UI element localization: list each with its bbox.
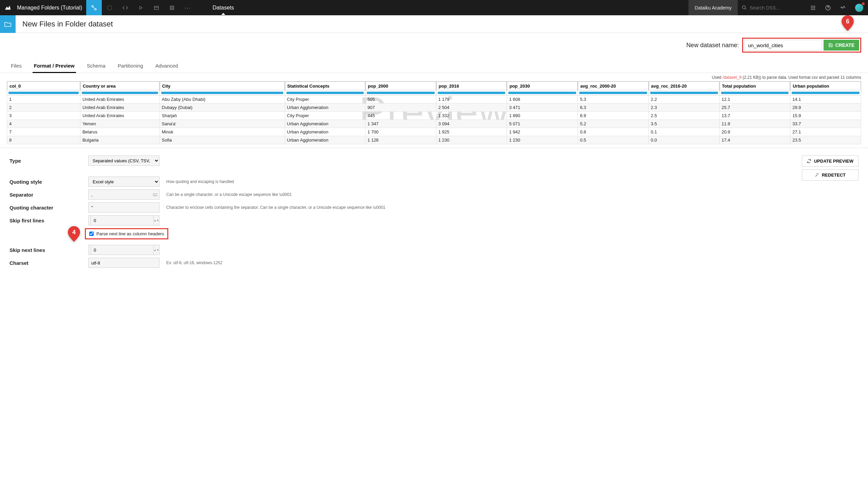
table-cell: 2.5 <box>648 112 719 120</box>
help-icon[interactable] <box>820 0 835 15</box>
app-icon[interactable] <box>164 0 180 15</box>
form-section: UPDATE PREVIEW REDETECT Type Separated v… <box>0 148 868 278</box>
table-cell: 4 <box>7 120 80 128</box>
dataiku-academy-link[interactable]: Dataiku Academy <box>688 0 738 15</box>
svg-rect-3 <box>154 6 158 9</box>
dashboard-icon[interactable] <box>149 0 164 15</box>
table-cell: 7 <box>7 128 80 136</box>
tab-files[interactable]: Files <box>10 60 23 73</box>
table-cell: 12.1 <box>719 95 790 104</box>
flow-button[interactable] <box>86 0 102 15</box>
search-input[interactable] <box>750 5 790 11</box>
redetect-button[interactable]: REDETECT <box>802 169 858 181</box>
col-name-input[interactable] <box>790 81 861 90</box>
parse-headers-label: Parse next line as column headers <box>96 231 164 236</box>
table-cell: 1 890 <box>507 112 578 120</box>
table-cell: 2 <box>7 104 80 112</box>
table-cell: Urban Agglomeration <box>285 120 365 128</box>
charset-label: Charset <box>10 260 84 266</box>
project-name[interactable]: Managed Folders (Tutorial) <box>16 5 86 11</box>
type-select[interactable]: Separated values (CSV, TSV, ...) <box>88 156 159 166</box>
table-cell: 3 471 <box>507 104 578 112</box>
folder-icon <box>0 15 16 33</box>
table-cell: 0.5 <box>578 136 649 144</box>
table-row: 3United Arab EmiratesSharjahCity Proper4… <box>7 112 861 120</box>
col-name-input[interactable] <box>160 81 285 90</box>
parse-headers-checkbox[interactable] <box>89 232 94 236</box>
table-cell: 13.7 <box>719 112 790 120</box>
skip-next-input[interactable]: ▲▼ <box>88 245 159 255</box>
quoting-style-select[interactable]: Excel style <box>88 177 159 187</box>
table-cell: 17.4 <box>719 136 790 144</box>
code-icon[interactable] <box>117 0 133 15</box>
quoting-char-input[interactable] <box>88 202 159 213</box>
col-header <box>285 81 365 95</box>
table-cell: 1 <box>7 95 80 104</box>
search-box[interactable] <box>738 5 806 11</box>
parse-info: Used /dataset_9 (2.21 KB)) to parse data… <box>0 73 868 81</box>
table-cell: 3 <box>7 112 80 120</box>
table-cell: 505 <box>365 95 436 104</box>
tab-format-preview[interactable]: Format / Preview <box>33 60 76 73</box>
apps-icon[interactable] <box>806 0 820 15</box>
tabs: FilesFormat / PreviewSchemaPartitioningA… <box>0 57 868 73</box>
skip-first-input[interactable]: ▲▼ <box>88 215 159 225</box>
update-preview-button[interactable]: UPDATE PREVIEW <box>802 156 858 167</box>
svg-rect-11 <box>813 7 814 8</box>
table-cell: 445 <box>365 112 436 120</box>
table-cell: 1 700 <box>365 128 436 136</box>
keyboard-icon <box>153 192 157 197</box>
play-icon[interactable] <box>133 0 149 15</box>
col-header <box>507 81 578 95</box>
new-dataset-label: New dataset name: <box>686 42 739 49</box>
quality-bar <box>508 92 576 94</box>
table-row: 4YemenSana'a'Urban Agglomeration1 3473 0… <box>7 120 861 128</box>
tab-schema[interactable]: Schema <box>86 60 107 73</box>
col-name-input[interactable] <box>365 81 436 90</box>
col-name-input[interactable] <box>578 81 648 90</box>
more-icon[interactable]: ⋯ <box>180 0 195 15</box>
circle-icon[interactable] <box>102 0 117 15</box>
user-avatar[interactable] <box>855 4 863 12</box>
table-cell: 6.9 <box>578 112 649 120</box>
svg-rect-10 <box>811 7 812 8</box>
create-button[interactable]: CREATE <box>824 40 859 51</box>
svg-rect-8 <box>813 6 814 7</box>
search-icon <box>742 5 747 10</box>
separator-input[interactable] <box>88 189 159 200</box>
table-cell: Sofia <box>159 136 285 144</box>
table-cell: 5 071 <box>507 120 578 128</box>
col-name-input[interactable] <box>507 81 578 90</box>
new-dataset-row: New dataset name: CREATE 6 <box>0 33 868 57</box>
separator-help: Can be a single character, or a Unicode … <box>166 192 292 197</box>
activity-icon[interactable] <box>835 0 850 15</box>
col-name-input[interactable] <box>285 81 365 90</box>
table-row: 1United Arab EmiratesAbu Zaby (Abu Dhabi… <box>7 95 861 104</box>
skip-first-label: Skip first lines <box>10 218 84 223</box>
table-cell: Dubayy (Dubai) <box>159 104 285 112</box>
quality-bar <box>82 92 158 94</box>
spinner-icon[interactable]: ▲▼ <box>154 249 158 252</box>
charset-help: Ex: utf-8, utf-16, windows-1252 <box>166 260 222 265</box>
table-cell: Yemen <box>80 120 159 128</box>
col-name-input[interactable] <box>649 81 719 90</box>
table-cell: 27.1 <box>790 128 861 136</box>
col-name-input[interactable] <box>436 81 507 90</box>
svg-rect-9 <box>814 6 815 7</box>
col-name-input[interactable] <box>720 81 790 90</box>
charset-input[interactable] <box>88 258 159 268</box>
col-name-input[interactable] <box>7 81 80 90</box>
datasets-tab[interactable]: Datasets <box>206 5 241 11</box>
svg-rect-7 <box>811 6 812 7</box>
tab-partitioning[interactable]: Partitioning <box>116 60 145 73</box>
col-header <box>436 81 507 95</box>
svg-rect-15 <box>814 9 815 10</box>
table-row: 2United Arab EmiratesDubayy (Dubai)Urban… <box>7 104 861 112</box>
spinner-icon[interactable]: ▲▼ <box>154 219 158 222</box>
preview-table: 1United Arab EmiratesAbu Zaby (Abu Dhabi… <box>7 81 861 144</box>
dataset-name-input[interactable] <box>744 40 822 51</box>
col-name-input[interactable] <box>80 81 159 90</box>
dataiku-logo[interactable] <box>0 0 16 15</box>
skip-next-label: Skip next lines <box>10 247 84 253</box>
tab-advanced[interactable]: Advanced <box>154 60 180 73</box>
